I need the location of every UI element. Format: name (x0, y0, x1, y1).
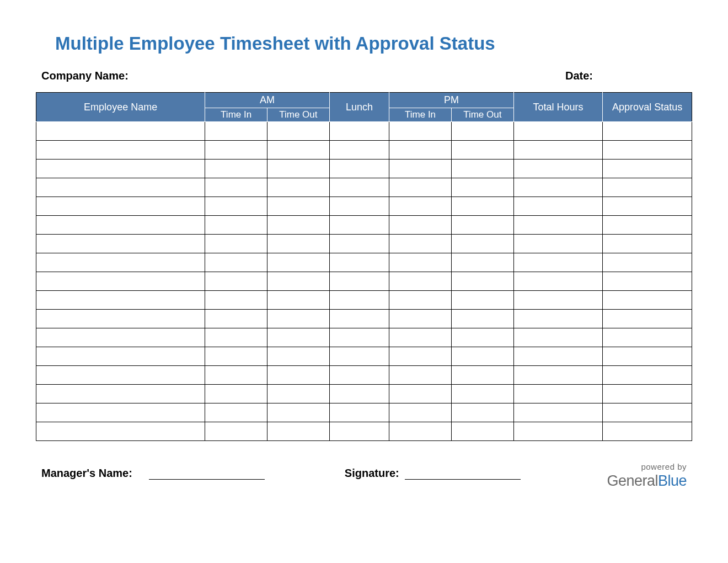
cell-total[interactable] (513, 403, 603, 422)
cell-am_out[interactable] (267, 310, 330, 328)
cell-pm_in[interactable] (389, 328, 452, 347)
cell-pm_in[interactable] (389, 178, 452, 197)
cell-approval[interactable] (603, 291, 692, 310)
cell-approval[interactable] (603, 403, 692, 422)
cell-total[interactable] (513, 197, 603, 216)
cell-name[interactable] (36, 141, 205, 160)
cell-name[interactable] (36, 235, 205, 253)
cell-am_out[interactable] (267, 385, 330, 403)
cell-lunch[interactable] (329, 178, 389, 197)
cell-lunch[interactable] (329, 272, 389, 291)
cell-pm_in[interactable] (389, 235, 452, 253)
cell-am_out[interactable] (267, 253, 330, 272)
cell-approval[interactable] (603, 272, 692, 291)
cell-name[interactable] (36, 403, 205, 422)
cell-lunch[interactable] (329, 141, 389, 160)
cell-pm_in[interactable] (389, 291, 452, 310)
cell-lunch[interactable] (329, 422, 389, 441)
cell-am_out[interactable] (267, 216, 330, 235)
cell-pm_in[interactable] (389, 422, 452, 441)
cell-total[interactable] (513, 141, 603, 160)
cell-name[interactable] (36, 347, 205, 366)
cell-am_out[interactable] (267, 141, 330, 160)
cell-pm_out[interactable] (451, 403, 513, 422)
cell-pm_out[interactable] (451, 197, 513, 216)
cell-approval[interactable] (603, 253, 692, 272)
cell-name[interactable] (36, 385, 205, 403)
cell-am_out[interactable] (267, 403, 330, 422)
cell-am_in[interactable] (205, 385, 267, 403)
cell-total[interactable] (513, 160, 603, 178)
cell-pm_out[interactable] (451, 216, 513, 235)
cell-name[interactable] (36, 253, 205, 272)
cell-am_out[interactable] (267, 122, 330, 141)
cell-lunch[interactable] (329, 235, 389, 253)
cell-name[interactable] (36, 160, 205, 178)
cell-pm_out[interactable] (451, 328, 513, 347)
cell-approval[interactable] (603, 310, 692, 328)
cell-am_in[interactable] (205, 291, 267, 310)
cell-am_in[interactable] (205, 272, 267, 291)
cell-lunch[interactable] (329, 347, 389, 366)
cell-pm_out[interactable] (451, 366, 513, 385)
cell-pm_out[interactable] (451, 310, 513, 328)
cell-pm_in[interactable] (389, 197, 452, 216)
cell-approval[interactable] (603, 422, 692, 441)
cell-name[interactable] (36, 197, 205, 216)
cell-pm_in[interactable] (389, 385, 452, 403)
cell-total[interactable] (513, 347, 603, 366)
cell-am_in[interactable] (205, 422, 267, 441)
cell-name[interactable] (36, 422, 205, 441)
cell-lunch[interactable] (329, 122, 389, 141)
cell-approval[interactable] (603, 122, 692, 141)
cell-am_out[interactable] (267, 422, 330, 441)
signature-line[interactable] (405, 462, 521, 480)
cell-pm_out[interactable] (451, 235, 513, 253)
cell-pm_out[interactable] (451, 141, 513, 160)
cell-lunch[interactable] (329, 216, 389, 235)
cell-am_in[interactable] (205, 122, 267, 141)
cell-total[interactable] (513, 366, 603, 385)
cell-approval[interactable] (603, 366, 692, 385)
cell-total[interactable] (513, 122, 603, 141)
cell-pm_in[interactable] (389, 272, 452, 291)
cell-am_in[interactable] (205, 160, 267, 178)
cell-name[interactable] (36, 310, 205, 328)
cell-lunch[interactable] (329, 366, 389, 385)
cell-total[interactable] (513, 422, 603, 441)
cell-pm_in[interactable] (389, 310, 452, 328)
cell-am_out[interactable] (267, 160, 330, 178)
cell-pm_out[interactable] (451, 272, 513, 291)
cell-approval[interactable] (603, 197, 692, 216)
cell-pm_in[interactable] (389, 403, 452, 422)
cell-pm_out[interactable] (451, 160, 513, 178)
cell-pm_in[interactable] (389, 122, 452, 141)
cell-am_out[interactable] (267, 347, 330, 366)
cell-am_in[interactable] (205, 347, 267, 366)
cell-am_out[interactable] (267, 235, 330, 253)
cell-am_in[interactable] (205, 235, 267, 253)
cell-total[interactable] (513, 328, 603, 347)
cell-am_in[interactable] (205, 178, 267, 197)
cell-name[interactable] (36, 366, 205, 385)
cell-pm_out[interactable] (451, 347, 513, 366)
cell-pm_out[interactable] (451, 253, 513, 272)
manager-name-line[interactable] (149, 462, 265, 480)
cell-am_out[interactable] (267, 366, 330, 385)
cell-name[interactable] (36, 178, 205, 197)
cell-am_in[interactable] (205, 328, 267, 347)
cell-approval[interactable] (603, 235, 692, 253)
cell-lunch[interactable] (329, 160, 389, 178)
cell-am_in[interactable] (205, 253, 267, 272)
cell-approval[interactable] (603, 385, 692, 403)
cell-total[interactable] (513, 235, 603, 253)
cell-pm_out[interactable] (451, 422, 513, 441)
cell-name[interactable] (36, 291, 205, 310)
cell-am_in[interactable] (205, 366, 267, 385)
cell-name[interactable] (36, 272, 205, 291)
cell-name[interactable] (36, 122, 205, 141)
cell-total[interactable] (513, 291, 603, 310)
cell-total[interactable] (513, 178, 603, 197)
cell-name[interactable] (36, 328, 205, 347)
cell-am_in[interactable] (205, 197, 267, 216)
